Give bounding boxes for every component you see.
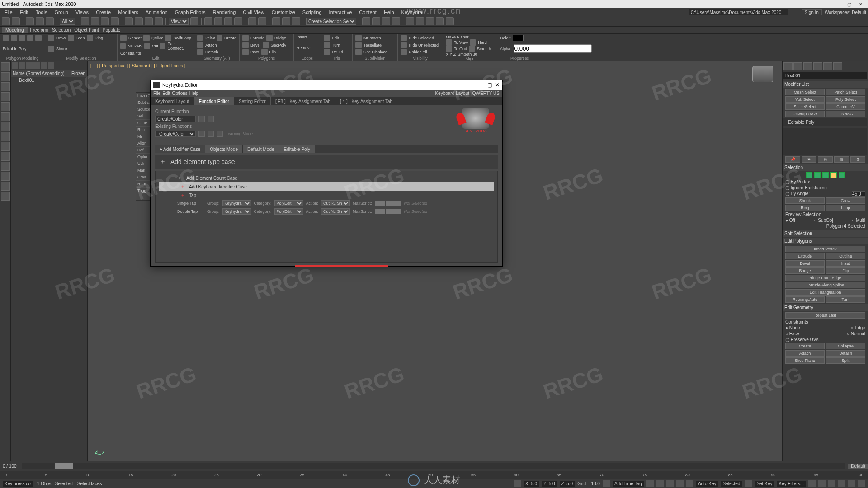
case-tab-addmodifier[interactable]: + Add Modifier Case — [155, 145, 205, 153]
selection-set-select[interactable]: Create Selection Se — [306, 18, 356, 25]
btn-bridge[interactable]: Bridge — [785, 267, 825, 274]
minimize-icon[interactable]: — — [832, 2, 843, 7]
category-select[interactable]: PolyEdit — [274, 208, 303, 215]
btn-create[interactable]: Create — [785, 343, 825, 349]
play-start-icon[interactable] — [646, 480, 654, 487]
btn-detach[interactable]: Detach — [826, 350, 865, 357]
retri-icon[interactable] — [324, 49, 330, 55]
lt-icon[interactable] — [1, 82, 10, 91]
add-element-case[interactable]: ＋ Add element type case — [155, 155, 498, 169]
btn-turn[interactable]: Turn — [826, 296, 865, 303]
coord-x[interactable]: X: 5.0 — [524, 481, 539, 487]
frame-range[interactable]: 0 / 100 — [0, 464, 19, 469]
se-btn-icon[interactable] — [41, 62, 47, 69]
stack-del-icon[interactable]: 🗑 — [834, 156, 849, 163]
btn-sliceplane[interactable]: Slice Plane — [785, 357, 825, 364]
menu-scripting[interactable]: Scripting — [300, 9, 325, 15]
swiftloop-icon[interactable] — [165, 35, 171, 41]
material-icon[interactable] — [362, 17, 370, 25]
menu-tools[interactable]: Tools — [33, 9, 50, 15]
ms-icon[interactable] — [396, 209, 401, 214]
lt-icon[interactable] — [1, 172, 10, 181]
radio-none[interactable]: None — [785, 325, 800, 330]
cmd-tab-motion-icon[interactable] — [813, 62, 822, 70]
dmenu-file[interactable]: File — [153, 91, 160, 96]
btn-shrink[interactable]: Shrink — [785, 197, 825, 204]
rotate-icon[interactable] — [135, 17, 143, 25]
shrink-icon[interactable] — [48, 46, 54, 52]
layer-icon[interactable] — [272, 17, 280, 25]
lt-icon[interactable] — [1, 192, 10, 201]
dialog-maximize-icon[interactable]: ▢ — [487, 82, 492, 88]
poly-icon[interactable] — [27, 35, 33, 41]
tab-f8[interactable]: [ F8 ] - Key Assignment Tab — [271, 97, 335, 105]
scene-item[interactable]: Box001 — [11, 77, 87, 84]
repeat-icon[interactable] — [120, 35, 127, 41]
btn-bevel[interactable]: Bevel — [785, 260, 825, 267]
tab-function-editor[interactable]: Function Editor — [194, 97, 234, 105]
menu-help[interactable]: Help — [381, 9, 397, 15]
stack-conf-icon[interactable]: ⚙ — [850, 156, 865, 163]
btn-repeatlast[interactable]: Repeat Last — [785, 312, 865, 319]
qslice-icon[interactable] — [143, 35, 150, 41]
insert-label[interactable]: Insert — [297, 35, 307, 39]
select-icon[interactable] — [81, 17, 89, 25]
coord-y[interactable]: Y: 5.0 — [542, 481, 557, 487]
paintconnect-icon[interactable] — [160, 43, 165, 49]
dialog-close-icon[interactable]: ✕ — [495, 82, 500, 88]
radio-subobj[interactable]: SubObj — [814, 218, 833, 223]
btn-grow[interactable]: Grow — [826, 197, 865, 204]
dialog-minimize-icon[interactable]: — — [479, 82, 485, 88]
btn-retriauto[interactable]: Retriang.Auto — [785, 296, 825, 303]
tap-row-double[interactable]: Double Tap Group: Keyhydra Category: Pol… — [159, 207, 494, 216]
t3-icon[interactable] — [426, 17, 434, 25]
autokey-button[interactable]: Auto Key — [696, 481, 718, 487]
se-btn-icon[interactable] — [33, 62, 40, 69]
t1-icon[interactable] — [406, 17, 414, 25]
modifier-stack-list[interactable] — [783, 128, 867, 155]
cmd-tab-modify-icon[interactable] — [793, 62, 802, 70]
nav-zoomall-icon[interactable] — [818, 480, 826, 487]
placement-icon[interactable] — [155, 17, 163, 25]
mod-btn[interactable]: Vol. Select — [785, 96, 825, 103]
tab-keyboard-layout[interactable]: Keyboard Layout — [151, 97, 194, 105]
coord-z[interactable]: Z: 5.0 — [560, 481, 575, 487]
menu-modifiers[interactable]: Modifiers — [115, 9, 141, 15]
selection-filter[interactable]: All — [60, 18, 75, 25]
tab-setting-editor[interactable]: Setting Editor — [234, 97, 271, 105]
case-tab-editablepoly[interactable]: Editable Poly — [279, 145, 315, 153]
t4-icon[interactable] — [436, 17, 444, 25]
se-btn-icon[interactable] — [48, 62, 54, 69]
unlink-icon[interactable] — [36, 17, 44, 25]
signin-button[interactable]: Sign In — [802, 9, 822, 15]
tap-row-single[interactable]: Single Tap Group: Keyhydra Category: Pol… — [159, 199, 494, 207]
btn-inset[interactable]: Inset — [826, 260, 865, 267]
tree-row-count[interactable]: ＋Add Element Count Case — [159, 174, 494, 182]
btn-split[interactable]: Split — [826, 357, 865, 364]
toview-icon[interactable] — [446, 39, 452, 46]
viewcube-icon[interactable] — [752, 66, 773, 82]
element-icon[interactable] — [35, 35, 42, 41]
kb-layout-value[interactable]: QWERTY US — [472, 91, 500, 96]
editt-icon[interactable] — [324, 35, 330, 41]
unhideall-icon[interactable] — [401, 49, 407, 55]
lt-icon[interactable] — [1, 62, 10, 71]
cmd-tab-utilities-icon[interactable] — [833, 62, 842, 70]
menu-customize[interactable]: Customize — [269, 9, 298, 15]
play-end-icon[interactable] — [686, 480, 693, 487]
rollout-softsel[interactable]: Soft Selection — [783, 230, 868, 237]
dialog-titlebar[interactable]: Keyhydra Editor — ▢ ✕ — [151, 80, 502, 90]
cmd-tab-create-icon[interactable] — [783, 62, 793, 70]
time-thumb[interactable] — [55, 463, 73, 469]
project-path-input[interactable] — [689, 9, 788, 15]
btn-hinge[interactable]: Hinge From Edge — [785, 275, 865, 281]
lt-icon[interactable] — [1, 112, 10, 121]
ls-row[interactable]: Togg — [136, 188, 151, 194]
border-icon[interactable] — [19, 35, 25, 41]
color-swatch[interactable] — [513, 35, 524, 41]
xyz-label[interactable]: X Y Z — [446, 52, 456, 56]
btn-ring[interactable]: Ring — [785, 205, 825, 211]
btn-extralong[interactable]: Extrude Along Spline — [785, 282, 865, 288]
tessellate-icon[interactable] — [355, 42, 362, 48]
rollout-selection[interactable]: Selection — [783, 164, 868, 171]
